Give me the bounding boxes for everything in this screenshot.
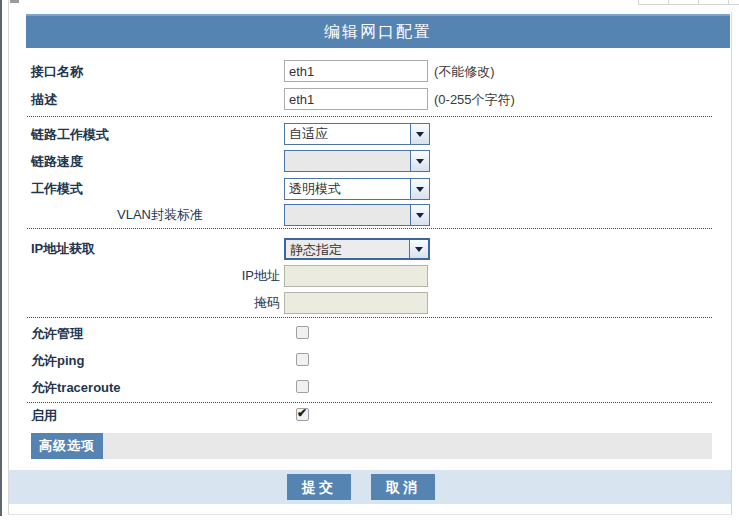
panel-border-bottom (8, 514, 732, 515)
dialog-title: 编辑网口配置 (324, 23, 432, 40)
separator (27, 317, 712, 318)
ip-acquisition-select[interactable]: 静态指定 (284, 238, 430, 260)
ip-address-input (284, 265, 428, 287)
link-work-mode-value: 自适应 (289, 124, 409, 144)
dialog-title-bar: 编辑网口配置 (26, 14, 730, 48)
separator (27, 402, 712, 403)
table-tick-fragment (638, 0, 639, 5)
scrollbar-fragment (10, 0, 19, 3)
chevron-down-icon[interactable] (410, 124, 429, 144)
interface-name-hint: (不能修改) (434, 64, 495, 80)
enable-checkbox[interactable] (296, 408, 309, 421)
description-hint: (0-255个字符) (434, 92, 515, 108)
label-allow-traceroute: 允许traceroute (31, 380, 121, 396)
work-mode-value: 透明模式 (289, 179, 409, 199)
label-vlan-standard: VLAN封装标准 (117, 207, 203, 223)
label-netmask: 掩码 (100, 295, 280, 311)
label-description: 描述 (31, 92, 57, 108)
allow-ping-checkbox[interactable] (296, 353, 309, 366)
chevron-down-icon[interactable] (409, 240, 428, 258)
dialog-edit-port-config: 编辑网口配置 接口名称 (不能修改) 描述 (0-255个字符) 链路工作模式 … (0, 0, 739, 522)
label-interface-name: 接口名称 (31, 64, 83, 80)
label-work-mode: 工作模式 (31, 181, 83, 197)
separator (27, 116, 712, 117)
work-mode-select[interactable]: 透明模式 (284, 178, 430, 200)
interface-name-input[interactable] (284, 60, 428, 82)
chevron-down-icon[interactable] (410, 179, 429, 199)
cancel-button[interactable]: 取消 (371, 474, 435, 500)
allow-traceroute-checkbox[interactable] (296, 380, 309, 393)
table-border-fragment (638, 4, 739, 5)
panel-border-left (8, 0, 9, 515)
vlan-standard-select (284, 204, 430, 226)
netmask-input (284, 292, 428, 314)
chevron-down-icon (410, 205, 429, 225)
footer-bar (9, 470, 731, 504)
left-frame-line (0, 0, 2, 516)
description-input[interactable] (284, 88, 428, 110)
link-work-mode-select[interactable]: 自适应 (284, 123, 430, 145)
panel-border-right (731, 12, 732, 515)
label-link-speed: 链路速度 (31, 154, 83, 170)
advanced-options-bar (103, 433, 712, 459)
table-tick-fragment (698, 0, 699, 5)
table-tick-fragment (668, 0, 669, 5)
link-speed-select (284, 150, 430, 172)
label-ip-acquisition: IP地址获取 (31, 241, 95, 257)
label-ip-address: IP地址 (100, 268, 280, 284)
separator (27, 228, 712, 229)
label-link-work-mode: 链路工作模式 (31, 127, 109, 143)
label-allow-ping: 允许ping (31, 353, 84, 369)
table-tick-fragment (728, 0, 729, 5)
label-enable: 启用 (31, 408, 57, 424)
allow-manage-checkbox[interactable] (296, 326, 309, 339)
label-allow-manage: 允许管理 (31, 326, 83, 342)
submit-button[interactable]: 提交 (287, 474, 351, 500)
chevron-down-icon (410, 151, 429, 171)
advanced-options-button[interactable]: 高级选项 (31, 433, 103, 459)
ip-acquisition-value: 静态指定 (290, 240, 408, 260)
